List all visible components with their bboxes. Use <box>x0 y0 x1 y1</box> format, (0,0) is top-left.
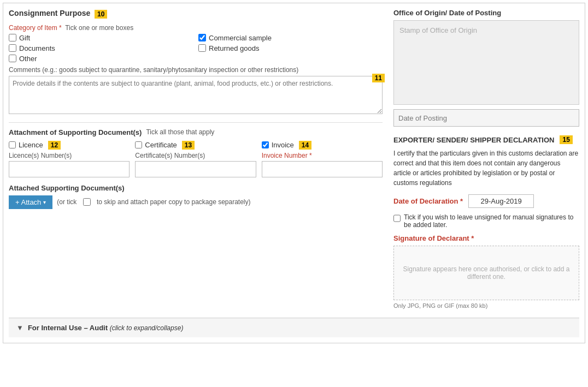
certificate-badge: 13 <box>182 141 195 150</box>
declaration-header: EXPORTER/ SENDER/ SHIPPER DECLARATION 15 <box>393 135 579 144</box>
category-checkboxes: Gift Commercial sample Documents Returne… <box>9 34 383 63</box>
certificate-number-label: Certificate(s) Number(s) <box>135 152 256 159</box>
commercial-sample-checkbox-row: Commercial sample <box>198 34 383 42</box>
declaration-date-row: Date of Declaration * 29-Aug-2019 <box>393 194 579 208</box>
consignment-title: Consignment Purpose <box>9 9 90 17</box>
documents-checkbox[interactable] <box>9 44 16 52</box>
certificate-number-input[interactable] <box>135 161 256 177</box>
attachment-subtitle: Tick all those that apply <box>146 128 214 136</box>
returned-goods-checkbox[interactable] <box>198 44 206 52</box>
declaration-title: EXPORTER/ SENDER/ SHIPPER DECLARATION <box>393 136 554 144</box>
declaration-date-label: Date of Declaration * <box>393 197 463 205</box>
gift-label: Gift <box>19 34 30 42</box>
returned-goods-checkbox-row: Returned goods <box>198 44 383 52</box>
attach-button[interactable]: + Attach ▾ <box>9 195 52 209</box>
declaration-badge: 15 <box>560 135 572 144</box>
attachment-header: Attachment of Supporting Document(s) Tic… <box>9 128 383 136</box>
gift-checkbox-row: Gift <box>9 34 193 42</box>
declaration-date-value: 29-Aug-2019 <box>468 194 534 208</box>
unsigned-label: Tick if you wish to leave unsigned for m… <box>404 213 579 229</box>
category-label: Category of Item * Tick one or more boxe… <box>9 24 383 32</box>
attachment-title: Attachment of Supporting Document(s) <box>9 128 142 136</box>
attach-dropdown-arrow: ▾ <box>43 199 46 205</box>
certificate-checkbox[interactable] <box>135 141 142 148</box>
consignment-badge: 10 <box>95 10 107 19</box>
returned-goods-label: Returned goods <box>209 44 260 52</box>
certificate-label: Certificate <box>145 141 177 149</box>
certificate-check-row: Certificate 13 <box>135 141 256 150</box>
invoice-label: Invoice <box>272 141 294 149</box>
other-label: Other <box>19 55 37 63</box>
invoice-checkbox[interactable] <box>262 141 269 148</box>
comments-badge: 11 <box>372 74 385 82</box>
documents-checkbox-row: Documents <box>9 44 193 52</box>
licence-number-input[interactable] <box>9 161 130 177</box>
stamp-box: Stamp of Office of Origin <box>393 20 579 105</box>
doc-grid: Licence 12 Licence(s) Number(s) Certific… <box>9 141 383 177</box>
sig-box[interactable]: Signature appears here once authorised, … <box>393 246 579 300</box>
invoice-badge: 14 <box>299 141 311 150</box>
other-checkbox-row: Other <box>9 55 193 63</box>
certificate-col: Certificate 13 Certificate(s) Number(s) <box>135 141 256 177</box>
stamp-placeholder: Stamp of Office of Origin <box>399 26 477 34</box>
bottom-bar-label: For Internal Use – Audit (click to expan… <box>28 324 184 332</box>
unsigned-row: Tick if you wish to leave unsigned for m… <box>393 213 579 229</box>
unsigned-checkbox[interactable] <box>393 215 401 222</box>
invoice-check-row: Invoice 14 <box>262 141 383 150</box>
gift-checkbox[interactable] <box>9 34 16 41</box>
commercial-sample-label: Commercial sample <box>209 34 272 42</box>
licence-checkbox[interactable] <box>9 141 16 148</box>
attach-row: + Attach ▾ (or tick to skip and attach p… <box>9 195 383 209</box>
documents-label: Documents <box>19 44 55 52</box>
commercial-sample-checkbox[interactable] <box>198 34 206 41</box>
date-posting-input[interactable] <box>393 109 579 127</box>
licence-badge: 12 <box>48 141 61 150</box>
licence-col: Licence 12 Licence(s) Number(s) <box>9 141 130 177</box>
chevron-down-icon: ▼ <box>16 324 23 332</box>
comments-input[interactable] <box>9 76 383 114</box>
attached-docs-title: Attached Supporting Document(s) <box>9 184 383 192</box>
sig-placeholder: Signature appears here once authorised, … <box>399 265 573 281</box>
office-title: Office of Origin/ Date of Posting <box>393 9 579 17</box>
attach-skip-checkbox[interactable] <box>83 198 91 206</box>
declaration-text: I certify that the particulars given in … <box>393 148 579 188</box>
attach-hint2: to skip and attach paper copy to package… <box>95 198 251 206</box>
invoice-number-label: Invoice Number * <box>262 152 383 159</box>
sig-hint: Only JPG, PNG or GIF (max 80 kb) <box>393 302 579 309</box>
comments-wrapper: 11 <box>9 76 383 116</box>
internal-use-bar[interactable]: ▼ For Internal Use – Audit (click to exp… <box>9 318 579 337</box>
licence-label: Licence <box>19 141 43 149</box>
attach-btn-label: + Attach <box>15 198 41 206</box>
licence-number-label: Licence(s) Number(s) <box>9 152 130 159</box>
attach-hint: (or tick <box>57 198 78 206</box>
sig-label: Signature of Declarant * <box>393 234 579 242</box>
licence-check-row: Licence 12 <box>9 141 130 150</box>
other-checkbox[interactable] <box>9 55 16 62</box>
invoice-number-input[interactable] <box>262 161 383 177</box>
invoice-col: Invoice 14 Invoice Number * <box>262 141 383 177</box>
comments-label: Comments (e.g.: goods subject to quarant… <box>9 66 383 74</box>
